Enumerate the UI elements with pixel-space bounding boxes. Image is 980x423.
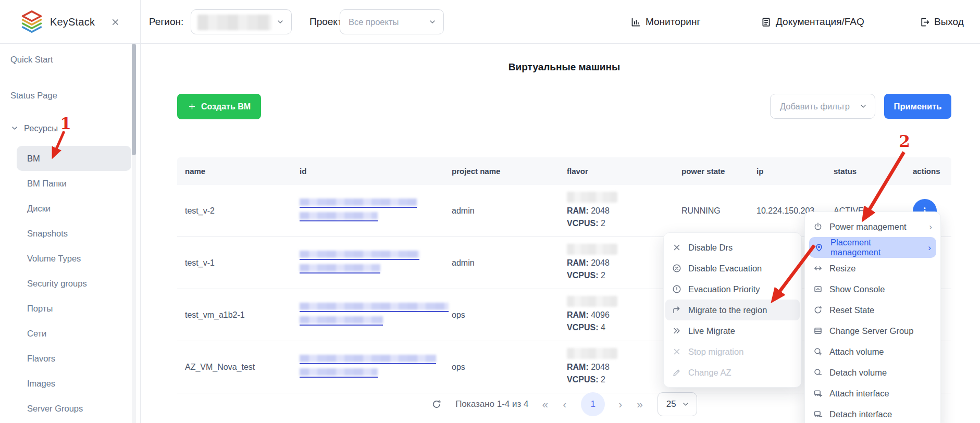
chevron-down-icon	[10, 124, 19, 132]
vm-flavor-cell: RAM: 2048 VCPUS: 2	[559, 348, 674, 386]
vm-id-link-redacted[interactable]	[300, 198, 417, 208]
add-filter-select[interactable]: Добавить фильтр	[770, 94, 875, 119]
sidebar-group-resources[interactable]: Ресурсы	[0, 119, 140, 138]
sidebar-scrollbar-thumb[interactable]	[132, 44, 136, 155]
next-page-button[interactable]: ›	[618, 398, 623, 410]
refresh-button[interactable]	[431, 399, 442, 409]
col-header-ip: ip	[749, 167, 826, 176]
menu-item-label: Attach interface	[829, 389, 889, 399]
vm-flavor-cell: RAM: 4096 VCPUS: 4	[559, 296, 674, 334]
sidebar-item-snapshots[interactable]: Snapshots	[0, 221, 140, 246]
flavor-name-redacted	[567, 244, 617, 255]
circle-exclamation-icon	[672, 284, 681, 294]
menu-item-label: Disable Evacuation	[688, 264, 762, 273]
sidebar-item-volume-types[interactable]: Volume Types	[0, 246, 140, 271]
page-number-button[interactable]: 1	[581, 392, 605, 416]
menu-item-reset-state[interactable]: Reset State	[805, 300, 940, 320]
sidebar-item-status-page[interactable]: Status Page	[0, 86, 140, 105]
menu-item-show-console[interactable]: Show Console	[805, 279, 940, 300]
menu-item-attach-volume[interactable]: Attach volume	[805, 341, 940, 362]
menu-item-detach-volume[interactable]: Detach volume	[805, 362, 940, 383]
apply-button[interactable]: Применить	[884, 94, 951, 119]
vm-id-link-redacted[interactable]	[300, 212, 378, 221]
pagination-summary: Показано 1-4 из 4	[455, 399, 528, 409]
document-icon	[761, 17, 772, 28]
volume-minus-icon	[813, 368, 823, 377]
vcpus-label: VCPUS:	[567, 323, 598, 332]
menu-item-power-management[interactable]: Power management ›	[805, 216, 940, 237]
nav-monitoring-label: Мониторинг	[646, 16, 700, 28]
sidebar-item-vm-folders[interactable]: ВМ Папки	[0, 171, 140, 196]
sidebar-item-disks[interactable]: Диски	[0, 196, 140, 221]
vm-id-link-redacted[interactable]	[300, 368, 378, 378]
ram-label: RAM:	[567, 363, 589, 371]
last-page-button[interactable]: »	[637, 398, 644, 410]
vm-id-link-redacted[interactable]	[300, 303, 449, 312]
location-pin-icon	[814, 243, 824, 252]
sidebar-item-quick-start[interactable]: Quick Start	[0, 50, 140, 69]
sidebar-item-server-groups[interactable]: Server Groups	[0, 396, 140, 421]
vm-id-link-redacted[interactable]	[300, 264, 380, 273]
region-select[interactable]	[191, 9, 292, 34]
ram-label: RAM:	[567, 310, 589, 319]
menu-item-change-server-group[interactable]: Change Server Group	[805, 320, 940, 341]
logout-icon	[919, 17, 930, 28]
menu-item-label: Live Migrate	[688, 326, 735, 336]
page-size-select[interactable]: 25	[658, 392, 697, 416]
menu-item-label: Change AZ	[688, 368, 731, 378]
menu-item-placement-management[interactable]: Placement management ›	[809, 237, 936, 258]
sidebar-item-ports[interactable]: Порты	[0, 296, 140, 321]
sidebar-item-security-groups[interactable]: Security groups	[0, 271, 140, 296]
nav-monitoring[interactable]: Мониторинг	[630, 0, 700, 44]
vm-id-link-redacted[interactable]	[300, 355, 436, 364]
vm-name: test_v-2	[177, 206, 292, 216]
prev-page-button[interactable]: ‹	[563, 398, 567, 410]
add-filter-placeholder: Добавить фильтр	[780, 94, 850, 118]
menu-item-disable-drs[interactable]: Disable Drs	[664, 237, 801, 258]
top-bar: KeyStack Регион: Проект: Все проекты Мон…	[0, 0, 980, 44]
chevron-right-icon: ›	[928, 243, 932, 253]
sidebar-item-networks[interactable]: Сети	[0, 321, 140, 346]
first-page-button[interactable]: «	[542, 398, 549, 410]
menu-item-attach-interface[interactable]: Attach interface	[805, 383, 940, 404]
col-header-name: name	[177, 167, 292, 176]
flavor-name-redacted	[567, 192, 617, 203]
vm-name: test_vm_a1b2-1	[177, 310, 292, 320]
ram-label: RAM:	[567, 206, 589, 215]
sidebar-item-flavors[interactable]: Flavors	[0, 346, 140, 371]
volume-plus-icon	[813, 347, 823, 356]
nav-documentation[interactable]: Документация/FAQ	[761, 0, 864, 44]
sidebar-close-icon[interactable]	[110, 17, 120, 27]
vm-id-link-redacted[interactable]	[300, 316, 383, 326]
menu-item-detach-interface[interactable]: Detach interface	[805, 404, 940, 423]
menu-item-label: Power management	[829, 222, 907, 232]
vm-project: admin	[444, 206, 559, 216]
brand-name: KeyStack	[50, 16, 95, 28]
menu-item-label: Reset State	[829, 305, 874, 315]
monitoring-chart-icon	[630, 17, 641, 28]
sidebar-group-resources-label: Ресурсы	[24, 123, 58, 133]
create-vm-button[interactable]: Создать ВМ	[177, 94, 261, 119]
sidebar-item-vm[interactable]: ВМ	[17, 146, 131, 171]
menu-item-stop-migration[interactable]: Stop migration	[664, 341, 801, 362]
page-title: Виртуальные машины	[177, 61, 951, 73]
vm-flavor-cell: RAM: 2048 VCPUS: 2	[559, 244, 674, 282]
vm-id-link-redacted[interactable]	[300, 251, 419, 260]
project-select[interactable]: Все проекты	[340, 9, 444, 34]
sidebar-item-images[interactable]: Images	[0, 371, 140, 396]
vm-project: admin	[444, 258, 559, 268]
sidebar-resources-sublist: ВМ ВМ Папки Диски Snapshots Volume Types…	[0, 146, 140, 421]
ram-value: 2048	[591, 258, 610, 267]
menu-item-label: Attach volume	[829, 347, 884, 357]
menu-item-label: Placement management	[830, 238, 921, 257]
menu-item-resize[interactable]: Resize	[805, 258, 940, 279]
nav-logout[interactable]: Выход	[919, 0, 964, 44]
vm-id-cell	[292, 301, 444, 330]
menu-item-evacuation-priority[interactable]: Evacuation Priority	[664, 279, 801, 300]
create-vm-button-label: Создать ВМ	[201, 102, 251, 111]
menu-item-change-az[interactable]: Change AZ	[664, 362, 801, 383]
menu-item-live-migrate[interactable]: Live Migrate	[664, 320, 801, 341]
ram-value: 4096	[591, 310, 610, 319]
menu-item-disable-evacuation[interactable]: Disable Evacuation	[664, 258, 801, 279]
menu-item-migrate-to-region[interactable]: Migrate to the region	[665, 300, 800, 320]
